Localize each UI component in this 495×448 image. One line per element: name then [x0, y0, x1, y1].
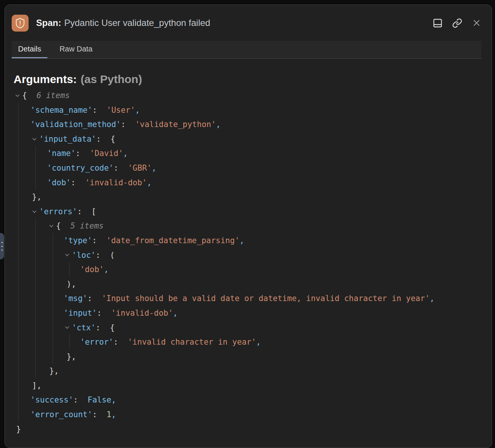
chevron-down-icon[interactable] [31, 136, 37, 142]
indent-guide [53, 335, 53, 350]
token-str: 'validate_python' [135, 120, 216, 129]
span-detail-panel: Span:Pydantic User validate_python faile… [5, 5, 492, 448]
token-punct: }, [49, 366, 59, 375]
token-punct: : [92, 236, 106, 245]
indent-guide [18, 277, 18, 292]
span-title-text: Pydantic User validate_python failed [64, 18, 210, 28]
chevron-down-icon[interactable] [31, 209, 37, 215]
indent-guide [18, 233, 18, 248]
chevron-down-icon[interactable] [14, 92, 20, 98]
token-key: 'msg' [64, 294, 87, 303]
token-punct: : [114, 338, 128, 347]
token-key: 'validation_method' [30, 120, 121, 129]
token-key: 'name' [47, 149, 76, 158]
tree-row: { 5 items [5, 219, 492, 233]
indent-guide [53, 248, 53, 263]
indent-guide [53, 350, 53, 364]
token-comma: , [104, 265, 109, 274]
indent-guide [18, 262, 18, 277]
token-str: 'User' [106, 106, 135, 115]
token-punct: : [97, 309, 111, 318]
panel-resize-handle[interactable] [0, 233, 4, 259]
tree-row: 'dob', [5, 262, 492, 277]
indent-guide [35, 364, 36, 378]
token-comma: , [111, 395, 116, 404]
token-key: 'input_data' [39, 135, 96, 144]
arguments-heading: Arguments:(as Python) [14, 73, 492, 86]
token-punct: { [22, 91, 36, 100]
token-key: 'input' [64, 309, 97, 318]
indent-guide [35, 335, 36, 350]
token-comma: , [147, 178, 152, 187]
token-punct: : [92, 410, 106, 419]
indent-guide [18, 335, 18, 350]
indent-guide [35, 219, 36, 233]
token-key: 'ctx' [72, 323, 96, 332]
token-str: 'date_from_datetime_parsing' [106, 236, 240, 245]
tree-row: }, [5, 364, 492, 378]
token-punct: : [92, 106, 106, 115]
tree-row: 'ctx': { [5, 321, 492, 335]
chevron-down-icon[interactable] [64, 325, 70, 331]
tree-row: 'input_data': { [5, 132, 492, 147]
indent-guide [53, 233, 53, 248]
close-icon [472, 18, 481, 28]
tree-row: 'type': 'date_from_datetime_parsing', [5, 233, 492, 248]
token-key: 'loc' [72, 251, 96, 260]
indent-guide [69, 262, 70, 277]
header-actions [432, 18, 482, 28]
indent-guide [18, 146, 18, 161]
token-str: 'dob' [80, 265, 104, 274]
tree-row: 'name': 'David', [5, 146, 492, 161]
close-button[interactable] [471, 18, 482, 28]
token-punct: { [56, 221, 70, 230]
indent-guide [35, 233, 36, 248]
token-comma: , [430, 294, 435, 303]
tree-row: ], [5, 378, 492, 393]
tab-bar: Details Raw Data [12, 41, 481, 59]
token-key: 'type' [64, 236, 92, 245]
dock-panel-button[interactable] [432, 18, 443, 28]
indent-guide [18, 364, 18, 378]
token-key: 'dob' [47, 178, 71, 187]
panel-title: Span:Pydantic User validate_python faile… [36, 18, 432, 28]
indent-guide [18, 132, 18, 147]
token-comma: , [173, 309, 178, 318]
indent-guide [18, 291, 18, 306]
chevron-down-icon[interactable] [48, 223, 54, 229]
indent-guide [18, 248, 18, 263]
indent-guide [35, 176, 36, 190]
token-str: 'invalid-dob' [85, 178, 147, 187]
indent-guide [18, 103, 18, 118]
indent-guide [53, 277, 53, 292]
indent-guide [18, 407, 18, 422]
shield-alert-icon [12, 15, 29, 32]
indent-guide [35, 321, 36, 335]
tab-details[interactable]: Details [12, 41, 47, 58]
tree-row: 'loc': ( [5, 248, 492, 263]
token-punct: } [16, 425, 21, 434]
indent-guide [53, 321, 53, 335]
token-key: 'schema_name' [30, 106, 92, 115]
token-comma: , [123, 149, 128, 158]
token-comma: , [216, 120, 221, 129]
token-punct: : [121, 120, 135, 129]
tree-row: 'dob': 'invalid-dob', [5, 176, 492, 190]
token-punct: : { [96, 135, 115, 144]
token-comma: , [256, 338, 261, 347]
copy-link-button[interactable] [452, 18, 462, 28]
tree-row: 'error_count': 1, [5, 407, 492, 422]
token-punct: ), [67, 280, 76, 289]
arguments-label: Arguments: [14, 73, 77, 85]
indent-guide [53, 262, 53, 277]
span-label: Span: [36, 18, 61, 28]
token-bool: False [88, 395, 111, 404]
token-punct: : [114, 163, 128, 173]
tab-raw-data[interactable]: Raw Data [53, 41, 99, 58]
indent-guide [35, 306, 36, 321]
chevron-down-icon[interactable] [64, 252, 70, 258]
token-num: 1 [106, 410, 111, 419]
indent-guide [18, 378, 18, 393]
token-comma: , [152, 163, 156, 173]
panel-header: Span:Pydantic User validate_python faile… [5, 5, 492, 41]
